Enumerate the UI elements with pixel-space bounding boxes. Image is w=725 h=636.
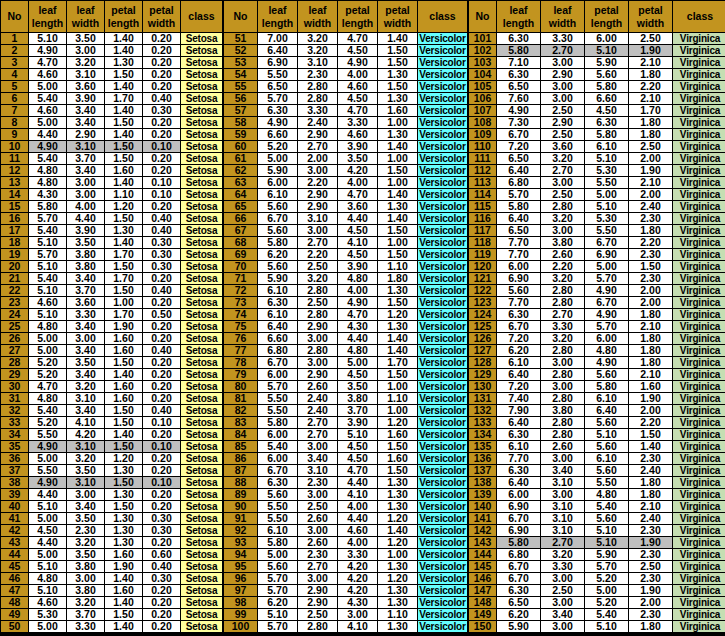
class-cell[interactable]: Virginica [673, 165, 725, 177]
class-cell[interactable]: Virginica [673, 153, 725, 165]
row-number-cell[interactable]: 76 [224, 333, 258, 345]
class-cell[interactable]: Versicolor [418, 33, 468, 45]
row-number-cell[interactable]: 83 [224, 417, 258, 429]
class-cell[interactable]: Setosa [181, 213, 223, 225]
petal-width-cell[interactable]: 0.30 [143, 105, 181, 117]
petal-width-cell[interactable]: 1.20 [378, 537, 418, 549]
petal-width-cell[interactable]: 0.40 [143, 285, 181, 297]
leaf-length-cell[interactable]: 5.10 [29, 237, 67, 249]
leaf-width-cell[interactable]: 4.20 [67, 429, 105, 441]
petal-length-cell[interactable]: 5.70 [585, 321, 629, 333]
leaf-width-cell[interactable]: 3.00 [541, 357, 585, 369]
leaf-width-cell[interactable]: 3.40 [67, 345, 105, 357]
leaf-length-cell[interactable]: 6.70 [258, 465, 298, 477]
class-cell[interactable]: Versicolor [418, 201, 468, 213]
petal-width-cell[interactable]: 1.00 [378, 117, 418, 129]
row-number-cell[interactable]: 144 [469, 549, 497, 561]
row-number-cell[interactable]: 61 [224, 153, 258, 165]
petal-length-cell[interactable]: 5.40 [585, 501, 629, 513]
petal-length-cell[interactable]: 1.50 [105, 357, 143, 369]
petal-length-cell[interactable]: 1.30 [105, 465, 143, 477]
leaf-length-cell[interactable]: 6.00 [258, 429, 298, 441]
leaf-width-cell[interactable]: 3.30 [541, 321, 585, 333]
column-header-leaf-length[interactable]: leaflength [29, 1, 67, 33]
row-number-cell[interactable]: 33 [1, 417, 29, 429]
leaf-length-cell[interactable]: 6.20 [497, 345, 541, 357]
leaf-width-cell[interactable]: 2.60 [298, 513, 338, 525]
class-cell[interactable]: Versicolor [418, 465, 468, 477]
row-number-cell[interactable]: 116 [469, 213, 497, 225]
row-number-cell[interactable]: 35 [1, 441, 29, 453]
row-number-cell[interactable]: 44 [1, 549, 29, 561]
leaf-length-cell[interactable]: 6.70 [497, 561, 541, 573]
leaf-width-cell[interactable]: 2.70 [541, 165, 585, 177]
leaf-length-cell[interactable]: 7.30 [497, 117, 541, 129]
petal-length-cell[interactable]: 4.50 [338, 441, 378, 453]
petal-width-cell[interactable]: 0.20 [143, 597, 181, 609]
row-number-cell[interactable]: 22 [1, 285, 29, 297]
leaf-width-cell[interactable]: 2.40 [298, 117, 338, 129]
leaf-length-cell[interactable]: 6.70 [497, 321, 541, 333]
petal-length-cell[interactable]: 4.90 [585, 357, 629, 369]
petal-length-cell[interactable]: 5.10 [585, 621, 629, 633]
leaf-width-cell[interactable]: 3.00 [298, 165, 338, 177]
leaf-length-cell[interactable]: 6.10 [258, 525, 298, 537]
petal-length-cell[interactable]: 4.20 [338, 561, 378, 573]
leaf-length-cell[interactable]: 5.70 [258, 381, 298, 393]
petal-length-cell[interactable]: 4.80 [585, 489, 629, 501]
leaf-width-cell[interactable]: 3.80 [67, 261, 105, 273]
class-cell[interactable]: Versicolor [418, 585, 468, 597]
column-header-petal-width[interactable]: petalwidth [629, 1, 673, 33]
leaf-width-cell[interactable]: 3.20 [67, 453, 105, 465]
petal-width-cell[interactable]: 0.30 [143, 525, 181, 537]
class-cell[interactable]: Virginica [673, 345, 725, 357]
leaf-width-cell[interactable]: 3.20 [67, 381, 105, 393]
petal-width-cell[interactable]: 2.00 [629, 285, 673, 297]
column-header-leaf-width[interactable]: leafwidth [541, 1, 585, 33]
column-header-petal-length[interactable]: petallength [585, 1, 629, 33]
leaf-width-cell[interactable]: 3.40 [67, 273, 105, 285]
class-cell[interactable]: Versicolor [418, 297, 468, 309]
petal-length-cell[interactable]: 1.40 [105, 81, 143, 93]
leaf-width-cell[interactable]: 3.00 [298, 333, 338, 345]
leaf-width-cell[interactable]: 2.50 [298, 297, 338, 309]
petal-width-cell[interactable]: 2.30 [629, 573, 673, 585]
class-cell[interactable]: Versicolor [418, 357, 468, 369]
row-number-cell[interactable]: 121 [469, 273, 497, 285]
petal-width-cell[interactable]: 1.40 [378, 525, 418, 537]
row-number-cell[interactable]: 29 [1, 369, 29, 381]
row-number-cell[interactable]: 141 [469, 513, 497, 525]
class-cell[interactable]: Versicolor [418, 597, 468, 609]
petal-width-cell[interactable]: 2.30 [629, 213, 673, 225]
class-cell[interactable]: Setosa [181, 393, 223, 405]
leaf-length-cell[interactable]: 7.20 [497, 333, 541, 345]
row-number-cell[interactable]: 124 [469, 309, 497, 321]
class-cell[interactable]: Versicolor [418, 501, 468, 513]
leaf-width-cell[interactable]: 4.40 [67, 213, 105, 225]
class-cell[interactable]: Setosa [181, 45, 223, 57]
leaf-width-cell[interactable]: 3.40 [67, 369, 105, 381]
class-cell[interactable]: Versicolor [418, 441, 468, 453]
row-number-cell[interactable]: 101 [469, 33, 497, 45]
leaf-width-cell[interactable]: 3.60 [541, 141, 585, 153]
leaf-length-cell[interactable]: 5.70 [258, 621, 298, 633]
petal-length-cell[interactable]: 1.70 [105, 93, 143, 105]
petal-width-cell[interactable]: 1.90 [629, 585, 673, 597]
petal-width-cell[interactable]: 1.90 [629, 165, 673, 177]
row-number-cell[interactable]: 57 [224, 105, 258, 117]
petal-length-cell[interactable]: 5.10 [585, 525, 629, 537]
class-cell[interactable]: Setosa [181, 33, 223, 45]
leaf-width-cell[interactable]: 3.00 [541, 81, 585, 93]
class-cell[interactable]: Virginica [673, 333, 725, 345]
row-number-cell[interactable]: 73 [224, 297, 258, 309]
petal-width-cell[interactable]: 1.30 [378, 621, 418, 633]
petal-length-cell[interactable]: 1.40 [105, 429, 143, 441]
petal-width-cell[interactable]: 2.50 [629, 141, 673, 153]
leaf-length-cell[interactable]: 4.30 [29, 189, 67, 201]
class-cell[interactable]: Setosa [181, 321, 223, 333]
leaf-length-cell[interactable]: 7.70 [497, 249, 541, 261]
petal-length-cell[interactable]: 1.30 [105, 525, 143, 537]
row-number-cell[interactable]: 133 [469, 417, 497, 429]
leaf-width-cell[interactable]: 3.20 [541, 213, 585, 225]
leaf-width-cell[interactable]: 3.40 [67, 117, 105, 129]
